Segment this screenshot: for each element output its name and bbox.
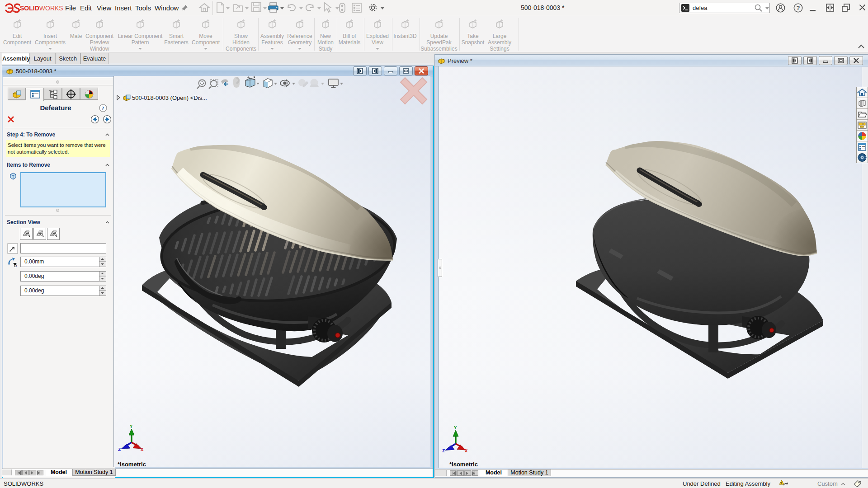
svg-text:!: ! [781,481,782,485]
svg-text:SOLIDWORKS: SOLIDWORKS [20,5,63,12]
svg-text:X: X [141,447,144,452]
svg-text:D: D [14,263,17,267]
svg-text:?: ? [797,5,800,11]
svg-text:X: X [465,448,468,454]
svg-text:Z: Z [442,448,445,454]
svg-text:Z: Z [118,447,121,452]
svg-text:Y: Y [454,425,457,431]
svg-text:Y: Y [130,424,133,429]
svg-text:?: ? [102,105,104,112]
